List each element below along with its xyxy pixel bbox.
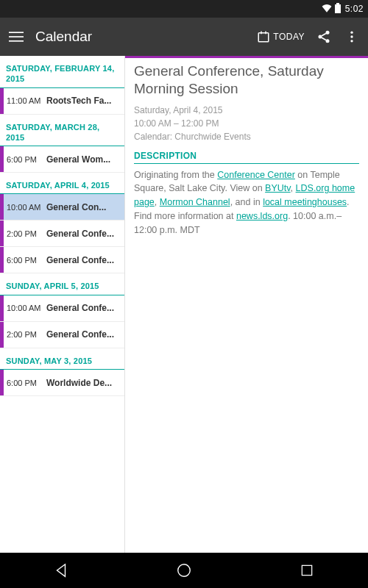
event-row[interactable]: 2:00 PMGeneral Confe... [0,220,124,247]
svg-rect-0 [335,4,341,13]
description-label: DESCRIPTION [134,151,359,164]
link-byutv[interactable]: BYUtv [265,183,291,193]
svg-rect-2 [9,32,24,33]
menu-icon[interactable] [7,28,25,46]
event-time: 2:00 PM [4,330,46,339]
event-detail: General Conference, Saturday Morning Ses… [125,56,368,553]
today-button[interactable]: TODAY [257,30,305,43]
event-time: 6:00 PM [4,379,46,387]
app-bar: Calendar TODAY [0,18,368,56]
battery-icon [335,3,341,15]
overflow-icon[interactable] [343,28,361,46]
link-conference-center[interactable]: Conference Center [217,170,295,180]
wifi-icon [322,4,332,15]
svg-rect-3 [9,36,24,37]
event-row[interactable]: 2:00 PMGeneral Confe... [0,322,124,348]
event-row[interactable]: 10:00 AMGeneral Confe... [0,295,124,322]
event-calendar: Calendar: Churchwide Events [134,130,359,143]
event-row[interactable]: 6:00 PMWorldwide De... [0,370,124,396]
main-content: SATURDAY, FEBRUARY 14, 201511:00 AMRoots… [0,56,368,553]
event-time: 11:00 AM [4,96,46,105]
svg-point-10 [326,39,330,43]
event-time: 2:00 PM [4,229,46,238]
link-meetinghouses[interactable]: local meetinghouses [263,197,347,207]
event-name: RootsTech Fa... [46,96,124,106]
event-time: 10:00 AM [4,203,46,212]
svg-point-9 [319,35,322,39]
event-name: General Confe... [46,255,124,265]
date-header: SATURDAY, APRIL 4, 2015 [0,173,124,194]
event-time: 10:00 AM [4,304,46,312]
page-title: Calendar [35,29,92,45]
link-news-lds[interactable]: news.lds.org [236,211,288,221]
event-name: General Wom... [46,154,124,165]
today-label: TODAY [273,32,305,42]
date-header: SATURDAY, FEBRUARY 14, 2015 [0,56,124,88]
svg-rect-5 [259,33,269,42]
svg-rect-15 [302,565,311,575]
event-name: General Confe... [46,229,124,239]
svg-point-12 [350,35,353,37]
svg-point-13 [350,40,353,42]
event-row[interactable]: 6:00 PMGeneral Confe... [0,247,124,273]
svg-point-14 [178,564,191,577]
share-icon[interactable] [315,28,333,46]
status-time: 5:02 [345,4,364,14]
back-button[interactable] [39,553,83,588]
event-name: Worldwide De... [46,378,124,388]
event-time: 6:00 PM [4,256,46,265]
date-header: SUNDAY, MAY 3, 2015 [0,348,124,370]
event-list[interactable]: SATURDAY, FEBRUARY 14, 201511:00 AMRoots… [0,56,125,553]
link-mormon-channel[interactable]: Mormon Channel [160,197,230,207]
description-body: Originating from the Conference Center o… [134,168,359,237]
navigation-bar [0,553,368,588]
event-row[interactable]: 10:00 AMGeneral Con... [0,194,124,220]
event-name: General Con... [46,202,124,212]
svg-point-8 [326,31,330,35]
svg-rect-4 [9,40,24,42]
date-header: SUNDAY, APRIL 5, 2015 [0,273,124,295]
event-date: Saturday, April 4, 2015 [134,104,359,117]
recents-button[interactable] [285,553,329,588]
date-header: SATURDAY, MARCH 28, 2015 [0,115,124,147]
svg-rect-1 [336,3,339,4]
svg-point-11 [350,32,353,34]
event-row[interactable]: 11:00 AMRootsTech Fa... [0,88,124,115]
event-meta: Saturday, April 4, 2015 10:00 AM – 12:00… [134,104,359,143]
accent-bar [125,56,368,58]
event-name: General Confe... [46,329,124,340]
event-time: 6:00 PM [4,155,46,164]
home-button[interactable] [162,553,206,588]
event-time: 10:00 AM – 12:00 PM [134,117,359,130]
event-title: General Conference, Saturday Morning Ses… [134,62,359,98]
event-row[interactable]: 6:00 PMGeneral Wom... [0,146,124,173]
status-bar: 5:02 [0,0,368,18]
event-name: General Confe... [46,303,124,313]
